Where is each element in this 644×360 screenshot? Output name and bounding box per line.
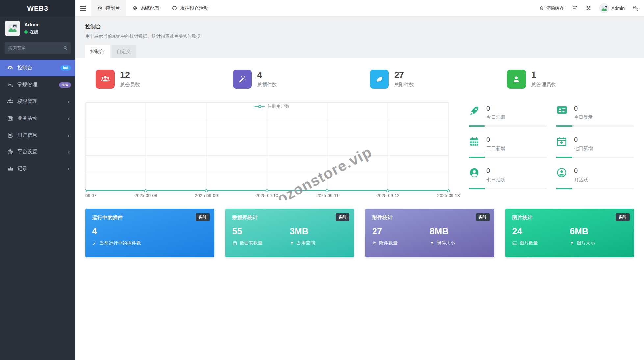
sidebar-item-label: 权限管理: [17, 98, 37, 105]
metric-label: 图片大小: [577, 240, 595, 246]
bullseye-icon: [7, 149, 13, 155]
clear-cache-label: 清除缓存: [546, 5, 564, 11]
user-circle-outline-icon: [556, 167, 569, 183]
users-group-icon: [7, 99, 13, 104]
settings-gears-icon[interactable]: [632, 5, 639, 11]
stat-value: 4: [257, 70, 277, 80]
topnav-tab-label: 系统配置: [141, 5, 160, 11]
gears-icon: [7, 82, 13, 88]
users-icon: [96, 70, 115, 89]
content-tabs: 控制台 自定义: [85, 45, 634, 58]
sidebar-menu: 控制台 hot 常规管理 new 权限管理 ‹: [0, 60, 75, 177]
tab-dashboard[interactable]: 控制台: [85, 45, 110, 58]
sidebar-item-business-activity[interactable]: 业务活动 ‹: [0, 110, 75, 127]
metric-value: 3MB: [290, 226, 347, 237]
chevron-left-icon: ‹: [68, 116, 71, 121]
search-icon[interactable]: [63, 45, 68, 50]
circle-outline-icon: [172, 6, 177, 11]
mini-stat-label: 今日注册: [486, 114, 505, 120]
stats-row: 12 总会员数 4 总插件数: [85, 70, 634, 89]
calendar-icon: [469, 136, 481, 152]
metric-label: 当前运行中的插件数: [99, 240, 141, 246]
topnav-tab-dashboard[interactable]: 控制台: [91, 0, 126, 16]
metric-label: 占用空间: [296, 240, 315, 246]
card-title: 附件统计: [372, 214, 487, 221]
mini-stat-3day-new: 0 三日新增: [469, 134, 547, 165]
card-attachment-stats[interactable]: 附件统计 实时 27 附件数量: [365, 209, 494, 257]
sidebar-toggle-icon[interactable]: [75, 6, 91, 11]
sidebar-item-label: 记录: [17, 166, 27, 172]
x-tick-label: 2025-09-08: [134, 193, 157, 198]
mini-stat-value: 0: [486, 136, 505, 143]
stat-value: 27: [394, 70, 414, 80]
mini-stat-value: 0: [574, 104, 593, 112]
card-running-plugins[interactable]: 运行中的插件 实时 4 当前运行中的插件数: [85, 209, 214, 257]
x-tick-label: 2025-09-10: [255, 193, 278, 198]
mini-stats-grid: 0 今日注册: [469, 102, 634, 200]
tab-custom[interactable]: 自定义: [112, 45, 136, 58]
fullscreen-icon[interactable]: [586, 5, 591, 11]
sidebar-item-dashboard[interactable]: 控制台 hot: [0, 60, 75, 76]
mini-stat-bar: [556, 125, 634, 127]
legend-marker: [258, 105, 261, 108]
legend-line: [255, 106, 258, 107]
brand-logo[interactable]: WEB3: [0, 0, 75, 16]
sidebar-item-label: 控制台: [17, 65, 32, 71]
card-database-stats[interactable]: 数据库统计 实时 55 数据表数量: [225, 209, 354, 257]
stat-label: 总附件数: [394, 82, 414, 88]
x-tick-label: 2025-09-12: [376, 193, 399, 198]
stat-total-plugins: 4 总插件数: [223, 70, 360, 89]
sidebar-item-permission-management[interactable]: 权限管理 ‹: [0, 93, 75, 110]
topnav-tab-system-config[interactable]: 系统配置: [126, 0, 166, 16]
dashboard-panel: 12 总会员数 4 总插件数: [75, 58, 644, 257]
chart-legend-item[interactable]: 注册用户数: [255, 103, 290, 109]
sidebar-item-platform-settings[interactable]: 平台设置 ‹: [0, 143, 75, 160]
stat-total-members: 12 总会员数: [85, 70, 223, 89]
mini-stat-value: 0: [574, 136, 593, 143]
page-title: 控制台: [85, 23, 634, 30]
search-input[interactable]: [5, 42, 71, 54]
metric-value: 24: [512, 226, 570, 237]
metric-value: 6MB: [570, 226, 627, 237]
topbar-user[interactable]: Admin: [599, 3, 625, 13]
stat-value: 12: [120, 70, 140, 80]
mini-stat-label: 今日登录: [574, 114, 593, 120]
magic-wand-icon: [92, 241, 97, 246]
topnav-tab-label: 控制台: [106, 5, 120, 11]
metric-label: 附件数量: [379, 240, 398, 246]
mini-stat-bar: [556, 188, 634, 189]
broken-image-icon: [8, 23, 17, 33]
sidebar-item-general-management[interactable]: 常规管理 new: [0, 76, 75, 93]
calendar-plus-icon: [556, 136, 569, 152]
rocket-icon: [469, 104, 481, 120]
cards-row: 运行中的插件 实时 4 当前运行中的插件数: [85, 209, 634, 257]
metric-value: 4: [92, 226, 150, 237]
stat-total-admins: 1 总管理员数: [497, 70, 634, 89]
topnav-tab-staking-activity[interactable]: 质押锁仓活动: [166, 0, 215, 16]
copy-icon: [372, 241, 377, 246]
mini-stat-7day-new: 0 七日新增: [556, 134, 634, 165]
user-name: Admin: [24, 22, 40, 27]
user-circle-icon: [469, 167, 481, 183]
database-icon: [232, 241, 237, 246]
mini-stat-label: 七日活跃: [486, 177, 505, 183]
filter-icon: [570, 241, 574, 245]
avatar[interactable]: [5, 21, 20, 36]
leaf-icon: [370, 70, 389, 89]
image-icon: [512, 241, 517, 245]
sidebar-item-records[interactable]: 记录 ‹: [0, 160, 75, 177]
sidebar-item-user-info[interactable]: 用户信息 ‹: [0, 127, 75, 143]
hot-badge: hot: [60, 65, 71, 71]
chevron-left-icon: ‹: [68, 99, 71, 105]
topnav-tabs: 控制台 系统配置 质押锁仓活动: [91, 0, 215, 16]
language-image-icon[interactable]: [572, 5, 578, 11]
card-image-stats[interactable]: 图片统计 实时 24 图片数量: [505, 209, 634, 257]
user-status: 在线: [24, 29, 40, 35]
mini-stat-monthly-active: 0 月活跃: [556, 165, 634, 196]
x-tick-label: 2025-09-13: [437, 193, 460, 198]
user-panel: Admin 在线: [0, 16, 75, 40]
clear-cache-button[interactable]: 清除缓存: [539, 5, 564, 11]
stat-label: 总会员数: [120, 82, 140, 88]
realtime-badge: 实时: [616, 213, 630, 221]
realtime-badge: 实时: [336, 213, 349, 221]
